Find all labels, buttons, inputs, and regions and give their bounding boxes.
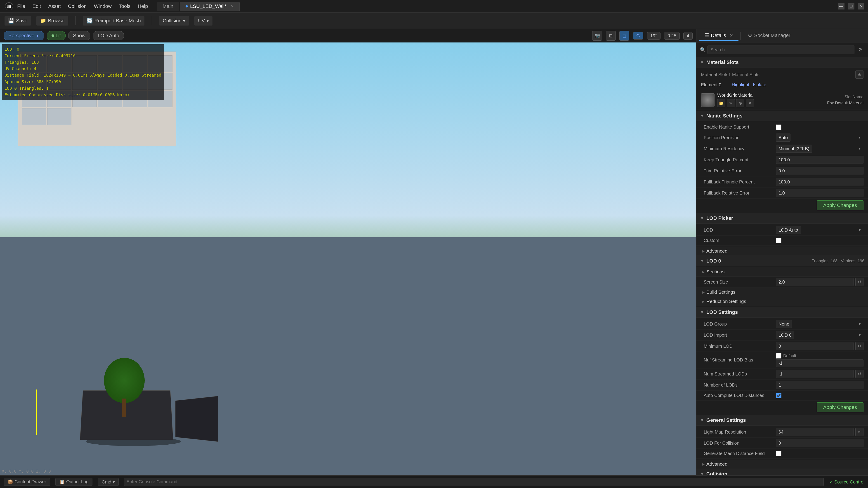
view-btn[interactable]: 4 — [683, 32, 692, 39]
num-streamed-input[interactable] — [776, 370, 854, 378]
nuf-default-checkbox[interactable] — [776, 353, 781, 359]
advanced2-section-header[interactable]: ▶ Advanced — [696, 459, 868, 469]
lod-apply-changes-button[interactable]: Apply Changes — [817, 402, 864, 412]
scale-btn[interactable]: 0.25 — [664, 32, 680, 39]
nanite-section-header[interactable]: ▼ Nanite Settings — [696, 111, 868, 121]
lod-collision-input[interactable] — [776, 439, 864, 447]
menu-tools[interactable]: Tools — [119, 3, 130, 9]
tab-close-icon[interactable]: ✕ — [230, 4, 234, 9]
min-residency-select[interactable]: Minimal (32KB) — [776, 144, 812, 153]
sections-sub-header[interactable]: ▶ Sections — [696, 267, 868, 276]
search-input[interactable] — [708, 45, 855, 54]
auto-compute-value — [776, 393, 864, 398]
viewport[interactable]: Perspective ▼ Lit Show LOD Auto 📷 ⊞ ◻ G … — [0, 29, 696, 475]
minimize-button[interactable]: — — [838, 3, 844, 9]
perspective-button[interactable]: Perspective ▼ — [4, 31, 44, 40]
fov-btn[interactable]: G — [633, 32, 643, 39]
lod-select[interactable]: LOD Auto — [776, 226, 801, 234]
material-clear-icon[interactable]: ✕ — [746, 99, 754, 107]
perspective-icon-btn[interactable]: ◻ — [619, 31, 629, 41]
advanced-section-header[interactable]: ▶ Advanced — [696, 247, 868, 256]
lod-import-select-wrapper: LOD 0 — [776, 331, 864, 339]
angle-btn[interactable]: 19° — [647, 32, 660, 39]
isolate-label[interactable]: Isolate — [753, 82, 766, 88]
reduction-settings-header[interactable]: ▶ Reduction Settings — [696, 297, 868, 306]
lod-import-select[interactable]: LOD 0 — [776, 331, 794, 339]
minimum-lod-reset-icon[interactable]: ↺ — [855, 342, 864, 350]
uv-button[interactable]: UV ▾ — [194, 16, 213, 26]
general-settings-section-header[interactable]: ▼ General Settings — [696, 415, 868, 426]
build-settings-header[interactable]: ▶ Build Settings — [696, 288, 868, 297]
trim-error-row: Trim Relative Error — [696, 165, 868, 176]
close-button[interactable]: ✕ — [858, 3, 864, 9]
lod-settings-section-header[interactable]: ▼ LOD Settings — [696, 307, 868, 318]
menu-file[interactable]: File — [17, 3, 25, 9]
grid-icon-btn[interactable]: ⊞ — [606, 31, 616, 41]
show-button[interactable]: Show — [68, 31, 90, 40]
save-button[interactable]: 💾 Save — [4, 16, 31, 26]
tab-lsu-label: LSU_LED_Wall* — [190, 3, 226, 9]
content-drawer-button[interactable]: 📦 Content Drawer — [4, 478, 50, 486]
collision-button[interactable]: Collision ▾ — [159, 16, 189, 26]
fallback-triangle-input[interactable] — [776, 178, 864, 186]
lod-group-select[interactable]: None — [776, 320, 792, 328]
details-close-icon[interactable]: ✕ — [730, 33, 733, 38]
fallback-triangle-row: Fallback Triangle Percent — [696, 176, 868, 188]
menu-edit[interactable]: Edit — [32, 3, 41, 9]
reimport-button[interactable]: 🔄 Reimport Base Mesh — [83, 16, 145, 26]
lod-picker-content: LOD LOD Auto Custom — [696, 224, 868, 247]
console-command-input[interactable] — [124, 478, 824, 486]
position-precision-select[interactable]: Auto — [776, 133, 790, 142]
menu-collision[interactable]: Collision — [68, 3, 87, 9]
cmd-button[interactable]: Cmd ▾ — [98, 478, 119, 486]
tab-lsu-led-wall[interactable]: LSU_LED_Wall* ✕ — [180, 2, 240, 11]
material-thumbnail[interactable] — [701, 93, 715, 107]
menu-help[interactable]: Help — [138, 3, 148, 9]
keep-triangle-input[interactable] — [776, 156, 864, 164]
lit-button[interactable]: Lit — [47, 31, 66, 40]
num-lods-input[interactable] — [776, 381, 864, 389]
auto-compute-checkbox[interactable] — [776, 393, 781, 398]
lod0-section-header[interactable]: ▼ LOD 0 Triangles: 168 Vertices: 196 — [696, 256, 868, 266]
material-find-icon[interactable]: ⊕ — [736, 99, 744, 107]
minimum-lod-input[interactable] — [776, 342, 854, 350]
screen-size-input[interactable] — [776, 278, 854, 286]
custom-checkbox[interactable] — [776, 238, 781, 243]
fallback-relative-input[interactable] — [776, 189, 864, 197]
tree-crown — [104, 358, 145, 403]
main-area: Perspective ▼ Lit Show LOD Auto 📷 ⊞ ◻ G … — [0, 29, 868, 475]
debug-triangles: Triangles: 168 — [4, 59, 161, 66]
tab-details[interactable]: ☰ Details ✕ — [699, 31, 739, 41]
screen-size-reset-icon[interactable]: ↺ — [855, 278, 864, 286]
panel-settings-icon[interactable]: ⚙ — [856, 46, 864, 54]
menu-window[interactable]: Window — [94, 3, 112, 9]
fallback-relative-row: Fallback Relative Error — [696, 188, 868, 199]
material-slots-add-icon[interactable]: ⊕ — [855, 70, 864, 78]
generate-mesh-checkbox[interactable] — [776, 451, 781, 456]
panel-content[interactable]: ▼ Material Slots Material Slots 1 Materi… — [696, 57, 868, 475]
menu-asset[interactable]: Asset — [48, 3, 61, 9]
lod-settings-content: LOD Group None LOD Import — [696, 318, 868, 415]
num-streamed-reset-icon[interactable]: ↺ — [855, 370, 864, 378]
material-edit-icon[interactable]: ✎ — [727, 99, 735, 107]
collision-section-header[interactable]: ▼ Collision — [696, 469, 868, 475]
material-slots-section-header[interactable]: ▼ Material Slots — [696, 57, 868, 68]
source-control-status[interactable]: ✓ Source Control — [829, 479, 864, 485]
material-browse-icon[interactable]: 📁 — [717, 99, 725, 107]
enable-nanite-checkbox[interactable] — [776, 125, 781, 130]
camera-icon-btn[interactable]: 📷 — [592, 31, 602, 41]
nanite-apply-changes-button[interactable]: Apply Changes — [817, 200, 864, 210]
maximize-button[interactable]: □ — [848, 3, 855, 9]
trim-error-input[interactable] — [776, 167, 864, 175]
tab-main[interactable]: Main — [157, 2, 179, 11]
output-log-button[interactable]: 📋 Output Log — [55, 478, 92, 486]
browse-button[interactable]: 📁 Browse — [36, 16, 68, 26]
source-control-icon: ✓ — [829, 480, 833, 484]
lod-picker-section-header[interactable]: ▼ LOD Picker — [696, 213, 868, 224]
tab-socket-manager[interactable]: ⚙ Socket Manager — [742, 31, 796, 41]
light-map-input[interactable] — [776, 428, 854, 436]
lod-auto-button[interactable]: LOD Auto — [93, 31, 124, 40]
highlight-label[interactable]: Highlight — [732, 82, 749, 88]
light-map-reset-icon[interactable]: ↺ — [855, 428, 864, 436]
nuf-streaming-input[interactable] — [776, 359, 864, 367]
